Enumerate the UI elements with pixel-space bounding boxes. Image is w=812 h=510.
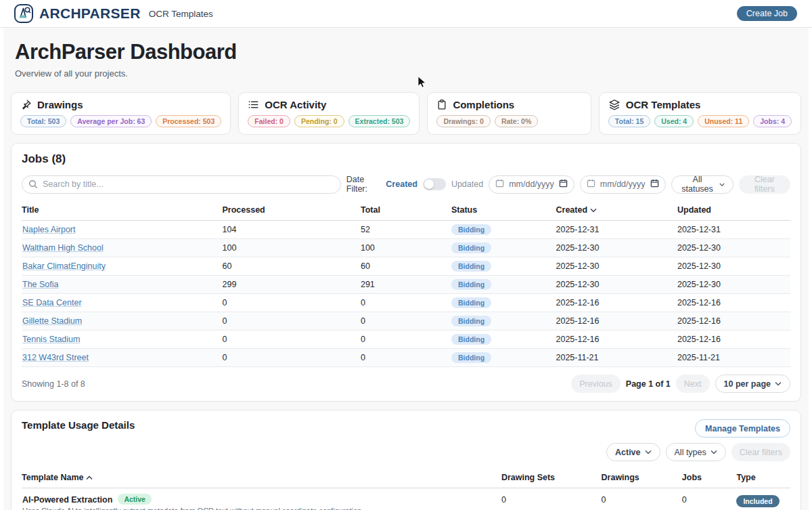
date-filter-created-label[interactable]: Created (386, 179, 418, 189)
total-cell: 60 (361, 257, 451, 276)
col-type: Type (736, 469, 790, 488)
status-badge: Bidding (451, 242, 491, 253)
pushpin-icon (20, 99, 32, 110)
clear-filters-button[interactable]: Clear filters (739, 175, 790, 194)
job-title-link[interactable]: Gillette Stadium (22, 316, 82, 326)
col-status: Status (451, 201, 556, 221)
calendar-icon (495, 178, 504, 190)
job-title-link[interactable]: Naples Airport (22, 225, 76, 234)
job-title-link[interactable]: Waltham High School (22, 243, 104, 253)
col-created[interactable]: Created (556, 201, 677, 221)
col-created-label: Created (556, 205, 587, 215)
template-name: AI-Powered Extraction (22, 495, 112, 505)
stat-badge: Used: 4 (654, 115, 694, 127)
date-placeholder: mm/dd/yyyy (600, 179, 646, 189)
chevron-down-icon (710, 450, 717, 454)
stat-badge: Unused: 11 (698, 115, 749, 127)
processed-cell: 60 (222, 257, 360, 276)
stat-card: OCR Activity Failed: 0Pending: 0Extracte… (238, 92, 420, 135)
created-cell: 2025-12-30 (556, 239, 677, 257)
processed-cell: 100 (222, 239, 360, 257)
total-cell: 100 (361, 239, 451, 257)
template-badges: Active (112, 495, 152, 505)
date-filter-updated-label[interactable]: Updated (451, 179, 483, 189)
types-filter-dropdown[interactable]: All types (666, 443, 726, 461)
topbar-context: OCR Templates (149, 9, 213, 19)
chevron-down-icon (645, 450, 652, 454)
table-row: 312 W43rd Street 0 0 Bidding 2025-11-21 … (22, 349, 790, 367)
updated-cell: 2025-12-16 (677, 312, 790, 331)
stat-card-badges: Drawings: 0Rate: 0% (436, 115, 581, 127)
created-cell: 2025-12-31 (556, 221, 677, 239)
stat-badge: Extracted: 503 (348, 115, 411, 127)
jobs-table: Title Processed Total Status Created Upd… (22, 201, 790, 367)
total-cell: 0 (361, 312, 451, 331)
job-title-link[interactable]: SE Data Center (22, 298, 82, 307)
jobs-filter-row: Date Filter: Created Updated mm/dd/yyyy … (22, 175, 790, 194)
processed-cell: 104 (222, 221, 360, 239)
stat-badge: Total: 503 (20, 115, 66, 127)
job-title-link[interactable]: Bakar ClimatEnginuity (22, 261, 106, 271)
created-cell: 2025-11-21 (556, 349, 677, 367)
col-updated[interactable]: Updated (677, 201, 790, 221)
col-template-name[interactable]: Template Name (22, 469, 501, 488)
calendar-picker-icon[interactable] (650, 178, 659, 190)
job-title-link[interactable]: Tennis Stadium (22, 335, 80, 344)
showing-count: Showing 1-8 of 8 (22, 379, 85, 389)
active-filter-dropdown[interactable]: Active (606, 443, 660, 461)
templates-table-body: AI-Powered ExtractionActive Uses Claude … (22, 488, 790, 510)
pagination: Previous Page 1 of 1 Next 10 per page (571, 375, 790, 393)
stat-card-title: Completions (453, 99, 514, 110)
job-title-link[interactable]: The Sofia (22, 280, 59, 289)
per-page-dropdown[interactable]: 10 per page (715, 375, 790, 393)
created-cell: 2025-12-16 (556, 331, 677, 349)
total-cell: 0 (361, 294, 451, 312)
calendar-icon (587, 178, 595, 190)
drawing-sets-cell: 0 (501, 488, 602, 510)
clear-filters-button[interactable]: Clear filters (731, 443, 790, 461)
previous-page-button[interactable]: Previous (571, 375, 621, 393)
updated-cell: 2025-12-30 (677, 257, 790, 276)
stat-card-title: OCR Activity (265, 99, 326, 110)
stat-cards-row: Drawings Total: 503Average per Job: 63Pr… (11, 92, 801, 135)
date-filter-label: Date Filter: (346, 175, 381, 194)
sort-asc-icon (86, 475, 93, 480)
created-cell: 2025-12-30 (556, 276, 677, 294)
statuses-dropdown[interactable]: All statuses (671, 175, 734, 194)
col-template-name-label: Template Name (22, 473, 83, 482)
stat-card-badges: Total: 503Average per Job: 63Processed: … (20, 115, 221, 127)
col-jobs: Jobs (682, 469, 737, 488)
type-badge: Included (736, 495, 779, 507)
col-drawings: Drawings (602, 469, 682, 488)
next-page-button[interactable]: Next (676, 375, 710, 393)
statuses-dropdown-label: All statuses (680, 175, 715, 194)
created-cell: 2025-12-16 (556, 294, 677, 312)
date-to-input[interactable]: mm/dd/yyyy (580, 175, 666, 194)
search-input[interactable] (22, 175, 341, 194)
updated-cell: 2025-12-16 (677, 331, 790, 349)
table-row: Waltham High School 100 100 Bidding 2025… (22, 239, 790, 257)
calendar-picker-icon[interactable] (559, 178, 568, 190)
stat-badge: Jobs: 4 (753, 115, 792, 127)
processed-cell: 299 (222, 276, 360, 294)
archparser-logo-icon (14, 3, 34, 24)
created-cell: 2025-12-16 (556, 312, 677, 331)
search-icon (28, 179, 38, 192)
table-row: Naples Airport 104 52 Bidding 2025-12-31… (22, 221, 790, 239)
search-wrap (22, 175, 341, 194)
chevron-down-icon (719, 182, 725, 187)
job-title-link[interactable]: 312 W43rd Street (22, 353, 89, 362)
total-cell: 0 (361, 349, 451, 367)
stat-badge: Total: 15 (608, 115, 650, 127)
create-job-button[interactable]: Create Job (737, 6, 797, 21)
stat-badge: Failed: 0 (248, 115, 290, 127)
list-lines-icon (248, 99, 259, 110)
date-from-input[interactable]: mm/dd/yyyy (489, 175, 574, 194)
date-filter-toggle[interactable] (423, 178, 446, 190)
total-cell: 52 (361, 221, 451, 239)
active-badge: Active (118, 494, 152, 505)
manage-templates-button[interactable]: Manage Templates (695, 419, 790, 438)
stat-badge: Processed: 503 (156, 115, 221, 127)
updated-cell: 2025-12-16 (677, 294, 790, 312)
stat-badge: Average per Job: 63 (70, 115, 152, 127)
